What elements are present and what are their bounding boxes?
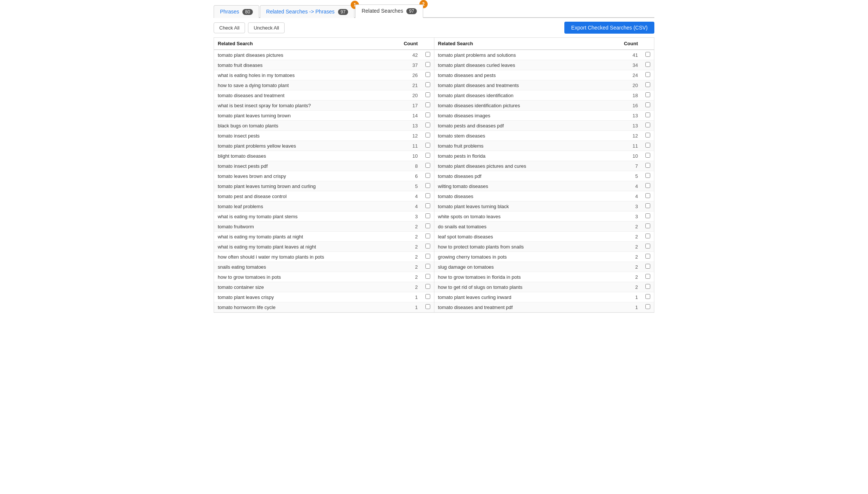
left-check-cell[interactable] bbox=[422, 191, 434, 201]
left-check-cell[interactable] bbox=[422, 181, 434, 191]
right-check-cell[interactable] bbox=[642, 191, 654, 201]
right-check-cell[interactable] bbox=[642, 80, 654, 90]
left-checkbox-4[interactable] bbox=[425, 92, 430, 97]
left-checkbox-20[interactable] bbox=[425, 254, 430, 259]
left-check-cell[interactable] bbox=[422, 111, 434, 121]
left-checkbox-0[interactable] bbox=[425, 52, 430, 57]
right-checkbox-11[interactable] bbox=[645, 163, 650, 168]
left-check-cell[interactable] bbox=[422, 222, 434, 232]
right-check-cell[interactable] bbox=[642, 242, 654, 252]
check-all-button[interactable]: Check All bbox=[214, 22, 245, 33]
left-checkbox-12[interactable] bbox=[425, 173, 430, 178]
left-checkbox-16[interactable] bbox=[425, 213, 430, 218]
left-check-cell[interactable] bbox=[422, 292, 434, 302]
right-check-cell[interactable] bbox=[642, 292, 654, 302]
right-checkbox-20[interactable] bbox=[645, 254, 650, 259]
right-check-cell[interactable] bbox=[642, 282, 654, 292]
right-checkbox-1[interactable] bbox=[645, 62, 650, 67]
left-checkbox-2[interactable] bbox=[425, 72, 430, 77]
left-checkbox-14[interactable] bbox=[425, 193, 430, 198]
right-check-cell[interactable] bbox=[642, 272, 654, 282]
right-checkbox-8[interactable] bbox=[645, 133, 650, 138]
left-checkbox-25[interactable] bbox=[425, 304, 430, 309]
left-check-cell[interactable] bbox=[422, 60, 434, 70]
left-checkbox-15[interactable] bbox=[425, 203, 430, 208]
right-checkbox-23[interactable] bbox=[645, 284, 650, 289]
left-checkbox-6[interactable] bbox=[425, 112, 430, 117]
right-check-cell[interactable] bbox=[642, 60, 654, 70]
right-check-cell[interactable] bbox=[642, 111, 654, 121]
right-checkbox-17[interactable] bbox=[645, 223, 650, 228]
left-check-cell[interactable] bbox=[422, 212, 434, 222]
left-checkbox-19[interactable] bbox=[425, 244, 430, 248]
right-checkbox-19[interactable] bbox=[645, 244, 650, 248]
right-checkbox-22[interactable] bbox=[645, 274, 650, 279]
left-checkbox-1[interactable] bbox=[425, 62, 430, 67]
right-checkbox-25[interactable] bbox=[645, 304, 650, 309]
left-check-cell[interactable] bbox=[422, 70, 434, 80]
right-check-cell[interactable] bbox=[642, 252, 654, 262]
right-checkbox-12[interactable] bbox=[645, 173, 650, 178]
right-checkbox-10[interactable] bbox=[645, 153, 650, 158]
tab-related-searches[interactable]: Related Searches 97 bbox=[355, 4, 423, 18]
left-checkbox-21[interactable] bbox=[425, 264, 430, 269]
left-check-cell[interactable] bbox=[422, 252, 434, 262]
left-check-cell[interactable] bbox=[422, 121, 434, 131]
left-checkbox-17[interactable] bbox=[425, 223, 430, 228]
left-checkbox-24[interactable] bbox=[425, 294, 430, 299]
left-check-cell[interactable] bbox=[422, 302, 434, 312]
right-check-cell[interactable] bbox=[642, 50, 654, 60]
right-checkbox-5[interactable] bbox=[645, 102, 650, 107]
right-check-cell[interactable] bbox=[642, 151, 654, 161]
left-check-cell[interactable] bbox=[422, 131, 434, 141]
left-checkbox-7[interactable] bbox=[425, 123, 430, 127]
left-check-cell[interactable] bbox=[422, 282, 434, 292]
export-button[interactable]: Export Checked Searches (CSV) bbox=[564, 22, 654, 34]
left-checkbox-23[interactable] bbox=[425, 284, 430, 289]
right-checkbox-14[interactable] bbox=[645, 193, 650, 198]
right-checkbox-13[interactable] bbox=[645, 183, 650, 188]
right-checkbox-0[interactable] bbox=[645, 52, 650, 57]
right-check-cell[interactable] bbox=[642, 161, 654, 171]
right-check-cell[interactable] bbox=[642, 212, 654, 222]
right-check-cell[interactable] bbox=[642, 131, 654, 141]
left-check-cell[interactable] bbox=[422, 232, 434, 242]
left-check-cell[interactable] bbox=[422, 242, 434, 252]
right-checkbox-3[interactable] bbox=[645, 82, 650, 87]
right-check-cell[interactable] bbox=[642, 232, 654, 242]
right-check-cell[interactable] bbox=[642, 90, 654, 101]
left-check-cell[interactable] bbox=[422, 90, 434, 101]
right-check-cell[interactable] bbox=[642, 181, 654, 191]
left-check-cell[interactable] bbox=[422, 101, 434, 111]
left-check-cell[interactable] bbox=[422, 262, 434, 272]
left-check-cell[interactable] bbox=[422, 141, 434, 151]
tab-phrases[interactable]: Phrases 80 bbox=[214, 5, 259, 18]
right-check-cell[interactable] bbox=[642, 302, 654, 312]
right-checkbox-24[interactable] bbox=[645, 294, 650, 299]
right-checkbox-6[interactable] bbox=[645, 112, 650, 117]
right-checkbox-15[interactable] bbox=[645, 203, 650, 208]
left-check-cell[interactable] bbox=[422, 151, 434, 161]
right-check-cell[interactable] bbox=[642, 101, 654, 111]
left-check-cell[interactable] bbox=[422, 272, 434, 282]
right-checkbox-7[interactable] bbox=[645, 123, 650, 127]
left-checkbox-13[interactable] bbox=[425, 183, 430, 188]
left-checkbox-18[interactable] bbox=[425, 234, 430, 238]
left-check-cell[interactable] bbox=[422, 50, 434, 60]
uncheck-all-button[interactable]: Uncheck All bbox=[248, 22, 285, 33]
right-checkbox-9[interactable] bbox=[645, 143, 650, 148]
left-checkbox-5[interactable] bbox=[425, 102, 430, 107]
right-checkbox-2[interactable] bbox=[645, 72, 650, 77]
right-check-cell[interactable] bbox=[642, 70, 654, 80]
right-check-cell[interactable] bbox=[642, 262, 654, 272]
right-check-cell[interactable] bbox=[642, 201, 654, 212]
right-check-cell[interactable] bbox=[642, 171, 654, 181]
right-check-cell[interactable] bbox=[642, 121, 654, 131]
left-checkbox-11[interactable] bbox=[425, 163, 430, 168]
right-checkbox-18[interactable] bbox=[645, 234, 650, 238]
left-checkbox-9[interactable] bbox=[425, 143, 430, 148]
left-checkbox-10[interactable] bbox=[425, 153, 430, 158]
left-check-cell[interactable] bbox=[422, 171, 434, 181]
left-check-cell[interactable] bbox=[422, 201, 434, 212]
left-checkbox-22[interactable] bbox=[425, 274, 430, 279]
